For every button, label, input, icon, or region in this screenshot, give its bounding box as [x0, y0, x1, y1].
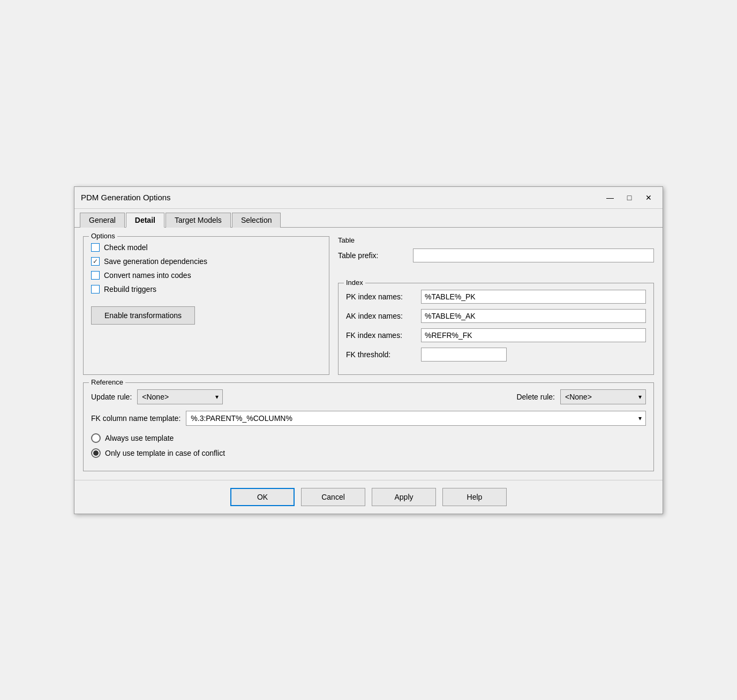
fk-threshold-input[interactable]: [421, 348, 507, 362]
convert-names-row: Convert names into codes: [91, 271, 321, 280]
always-use-template-row: Always use template: [91, 433, 646, 443]
check-model-row: Check model: [91, 243, 321, 252]
always-use-template-radio[interactable]: [91, 433, 101, 443]
tab-bar: General Detail Target Models Selection: [74, 209, 663, 228]
rebuild-triggers-checkbox[interactable]: [91, 285, 100, 293]
tab-selection[interactable]: Selection: [232, 213, 281, 228]
pdm-generation-options-dialog: PDM Generation Options — □ ✕ General Det…: [74, 186, 663, 514]
update-rule-group: Update rule: <None> Restrict Cascade Set…: [91, 389, 223, 404]
fk-template-select[interactable]: %.3:PARENT%_%COLUMN%: [186, 411, 646, 426]
ok-button[interactable]: OK: [230, 488, 295, 506]
fk-index-input[interactable]: [421, 328, 646, 342]
table-prefix-input[interactable]: [413, 249, 654, 262]
right-col: Table Table prefix: Index PK index names…: [338, 236, 654, 375]
only-conflict-label: Only use template in case of conflict: [105, 449, 225, 457]
table-section: Table Table prefix:: [338, 236, 654, 268]
cancel-button[interactable]: Cancel: [301, 488, 365, 506]
close-button[interactable]: ✕: [641, 191, 656, 204]
fk-template-select-wrapper: %.3:PARENT%_%COLUMN%: [186, 411, 646, 426]
always-use-template-label: Always use template: [105, 434, 174, 442]
tab-detail[interactable]: Detail: [126, 213, 164, 228]
save-gen-deps-label: Save generation dependencies: [104, 257, 207, 266]
fk-threshold-row: FK threshold:: [346, 348, 646, 362]
ak-index-input[interactable]: [421, 309, 646, 323]
delete-rule-group: Delete rule: <None> Restrict Cascade Set…: [516, 389, 646, 404]
save-gen-deps-row: Save generation dependencies: [91, 257, 321, 266]
table-prefix-row: Table prefix:: [338, 249, 654, 262]
ak-index-row: AK index names:: [346, 309, 646, 323]
only-conflict-radio[interactable]: [91, 448, 101, 458]
main-content: Options Check model Save generation depe…: [74, 228, 663, 480]
options-group: Options Check model Save generation depe…: [83, 236, 329, 375]
enable-transformations-button[interactable]: Enable transformations: [91, 306, 195, 325]
only-conflict-row: Only use template in case of conflict: [91, 448, 646, 458]
table-prefix-label: Table prefix:: [338, 251, 408, 260]
delete-rule-select[interactable]: <None> Restrict Cascade Set Null Set Def…: [560, 389, 646, 404]
fk-index-row: FK index names:: [346, 328, 646, 342]
rules-row: Update rule: <None> Restrict Cascade Set…: [91, 389, 646, 404]
table-section-label: Table: [338, 236, 654, 244]
update-rule-label: Update rule:: [91, 393, 132, 401]
fk-index-label: FK index names:: [346, 331, 416, 340]
index-group-label: Index: [344, 279, 365, 287]
convert-names-label: Convert names into codes: [104, 271, 191, 280]
check-model-checkbox[interactable]: [91, 243, 100, 252]
reference-group-label: Reference: [89, 378, 125, 386]
maximize-button[interactable]: □: [622, 191, 637, 204]
convert-names-checkbox[interactable]: [91, 271, 100, 280]
options-group-label: Options: [89, 232, 117, 240]
rebuild-triggers-label: Rebuild triggers: [104, 285, 156, 293]
index-group: Index PK index names: AK index names: FK…: [338, 283, 654, 375]
tab-general[interactable]: General: [80, 213, 125, 228]
pk-index-label: PK index names:: [346, 292, 416, 301]
top-row: Options Check model Save generation depe…: [83, 236, 654, 375]
window-controls: — □ ✕: [603, 191, 656, 204]
ak-index-label: AK index names:: [346, 312, 416, 320]
help-button[interactable]: Help: [442, 488, 507, 506]
check-model-label: Check model: [104, 243, 148, 252]
delete-rule-label: Delete rule:: [516, 393, 555, 401]
update-rule-select[interactable]: <None> Restrict Cascade Set Null Set Def…: [137, 389, 223, 404]
fk-template-label: FK column name template:: [91, 414, 181, 423]
button-bar: OK Cancel Apply Help: [74, 480, 663, 514]
pk-index-row: PK index names:: [346, 290, 646, 304]
apply-button[interactable]: Apply: [372, 488, 436, 506]
save-gen-deps-checkbox[interactable]: [91, 257, 100, 266]
tab-target-models[interactable]: Target Models: [166, 213, 231, 228]
rebuild-triggers-row: Rebuild triggers: [91, 285, 321, 293]
reference-group: Reference Update rule: <None> Restrict C…: [83, 382, 654, 471]
title-bar: PDM Generation Options — □ ✕: [74, 187, 663, 209]
minimize-button[interactable]: —: [603, 191, 618, 204]
delete-rule-select-wrapper: <None> Restrict Cascade Set Null Set Def…: [560, 389, 646, 404]
fk-threshold-label: FK threshold:: [346, 350, 416, 359]
fk-template-row: FK column name template: %.3:PARENT%_%CO…: [91, 411, 646, 426]
window-title: PDM Generation Options: [81, 193, 171, 202]
pk-index-input[interactable]: [421, 290, 646, 304]
update-rule-select-wrapper: <None> Restrict Cascade Set Null Set Def…: [137, 389, 223, 404]
